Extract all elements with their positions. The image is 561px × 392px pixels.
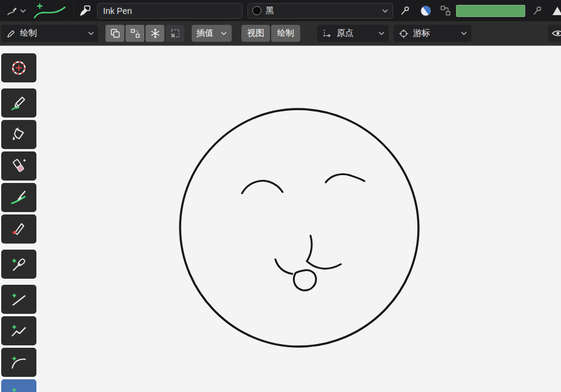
clipped-overlay-button[interactable]: [548, 25, 561, 42]
tool-glyph-icon: [548, 3, 561, 19]
fill-tool-icon: [10, 125, 28, 144]
automerge-toggle[interactable]: [126, 25, 144, 42]
interpolate-label: 插值: [197, 28, 213, 39]
cursor-tool-icon: [10, 59, 28, 77]
tool-arc[interactable]: [1, 348, 36, 377]
tool-fill[interactable]: [1, 120, 36, 149]
toolbar: [1, 53, 36, 392]
stroke-placement-dropdown[interactable]: 原点: [317, 25, 389, 42]
tool-erase[interactable]: [1, 151, 36, 181]
view-label: 视图: [247, 28, 264, 39]
cursor-label: 游标: [413, 28, 430, 39]
polyline-tool-icon: [10, 322, 28, 340]
arc-tool-icon: [10, 353, 28, 371]
clipped-header-icon[interactable]: [548, 3, 561, 19]
nodes-icon[interactable]: [438, 3, 452, 19]
guide-buttons: 视图 绘制: [241, 25, 300, 42]
snap-toggle[interactable]: [146, 25, 164, 42]
origin-label: 原点: [337, 28, 354, 39]
tool-tint[interactable]: [1, 183, 36, 212]
tool-polyline[interactable]: [1, 316, 36, 345]
mode-selector[interactable]: 绘制: [1, 25, 98, 42]
line-tool-icon: [10, 290, 28, 308]
greasepencil-editor-icon: [6, 5, 18, 17]
chevron-down-icon: [378, 32, 385, 35]
interpolate-dropdown[interactable]: 插值: [192, 25, 232, 42]
erase-tool-icon: [10, 157, 28, 175]
blender-window: Ink Pen 黑: [0, 0, 561, 392]
tool-cutter[interactable]: [1, 214, 36, 244]
tool-settings-header: Ink Pen 黑: [0, 0, 561, 21]
chevron-down-icon: [461, 32, 467, 35]
multiframe-toggle[interactable]: [106, 25, 124, 42]
pencil-icon: [6, 28, 16, 39]
tool-curve[interactable]: [1, 379, 36, 392]
pushpin-glyph-icon: [399, 5, 411, 17]
brush-name-field[interactable]: Ink Pen: [97, 3, 243, 19]
mode-label: 绘制: [20, 28, 37, 39]
chevron-down-icon: [221, 32, 227, 35]
material-name: 黑: [266, 5, 274, 16]
proportional-edit-toggle[interactable]: [166, 25, 184, 42]
stroke-eye-left: [242, 181, 283, 193]
drawing-plane-dropdown[interactable]: 游标: [394, 25, 471, 42]
material-selector[interactable]: 黑: [247, 3, 393, 19]
draw-label: 绘制: [277, 28, 294, 39]
tool-draw[interactable]: [1, 88, 36, 118]
chevron-down-icon: [20, 9, 26, 13]
stroke-mouth-right: [307, 261, 341, 268]
tool-eyedropper[interactable]: [1, 250, 36, 279]
view-button[interactable]: 视图: [241, 25, 270, 42]
stroke-face-outline: [180, 109, 418, 347]
tool-cursor[interactable]: [1, 53, 36, 82]
stroke-mouth-center: [307, 236, 312, 261]
editor-type-selector[interactable]: [4, 4, 29, 18]
duplicate-icon: [110, 28, 121, 39]
nodes-glyph-icon: [440, 5, 451, 16]
draw-tool-icon: [10, 94, 28, 112]
material-preview-icon: [252, 6, 261, 15]
brush-icon[interactable]: [78, 3, 92, 19]
edit-option-toggles: [106, 25, 184, 42]
pin-icon[interactable]: [398, 3, 412, 19]
proportional-edit-icon: [170, 28, 181, 39]
tint-tool-icon: [10, 188, 28, 207]
cursor-crosshair-icon: [398, 28, 409, 39]
draw-button[interactable]: 绘制: [271, 25, 300, 42]
cutter-tool-icon: [10, 220, 28, 238]
annotate-brush-preview-icon[interactable]: [32, 2, 67, 20]
origin-icon: [322, 28, 332, 39]
stroke-mouth-open: [294, 270, 316, 290]
merge-strokes-icon: [130, 28, 141, 39]
pushpin-glyph-icon: [531, 5, 543, 17]
chevron-down-icon: [88, 32, 94, 35]
stroke-eye-right: [326, 174, 364, 183]
material-sphere-icon[interactable]: [418, 3, 433, 19]
brush-glyph-icon: [78, 4, 92, 18]
chevron-down-icon: [382, 9, 388, 13]
sphere-glyph-icon: [420, 5, 432, 17]
pin-icon-secondary[interactable]: [530, 3, 545, 19]
separator: [72, 4, 73, 18]
eyedropper-tool-icon: [10, 255, 28, 273]
vertex-color-swatch[interactable]: [456, 5, 525, 17]
drawing-canvas[interactable]: [0, 0, 561, 392]
stroke-mouth-left: [275, 259, 292, 274]
mode-header: 绘制: [0, 21, 561, 45]
snowflake-icon: [150, 28, 161, 39]
brush-name-value: Ink Pen: [103, 6, 132, 16]
eye-icon: [551, 28, 561, 39]
tool-line[interactable]: [1, 285, 36, 314]
curve-tool-icon: [10, 385, 28, 392]
